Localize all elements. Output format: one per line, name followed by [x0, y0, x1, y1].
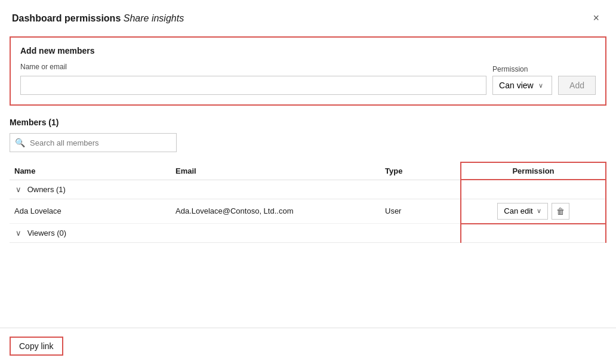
can-edit-button[interactable]: Can edit ∨ — [497, 203, 547, 220]
add-members-row: Name or email Permission Can view ∨ Add — [20, 63, 596, 95]
member-type-ada: User — [385, 206, 401, 215]
owners-permission-cell — [461, 180, 606, 199]
dialog-footer: Copy link — [0, 328, 616, 364]
delete-icon: 🗑 — [556, 206, 565, 216]
viewers-permission-cell — [461, 224, 606, 243]
name-email-input[interactable] — [20, 76, 486, 95]
group-row-viewers: ∨ Viewers (0) — [10, 224, 606, 243]
member-email-ada: Ada.Lovelace@Contoso, Ltd..com — [175, 206, 293, 215]
copy-link-button[interactable]: Copy link — [10, 337, 63, 356]
dialog-title: Dashboard permissions Share insights — [12, 13, 184, 24]
table-header-row: Name Email Type Permission — [10, 162, 606, 180]
members-table: Name Email Type Permission ∨ Owners (1) — [10, 162, 606, 243]
permission-select-button[interactable]: Can view ∨ — [492, 76, 552, 95]
delete-member-button[interactable]: 🗑 — [552, 203, 569, 220]
permission-group: Permission Can view ∨ — [492, 65, 552, 95]
owners-group-label: Owners (1) — [27, 185, 66, 194]
close-button[interactable]: × — [588, 10, 604, 27]
expand-viewers-icon[interactable]: ∨ — [14, 229, 23, 237]
permission-label: Permission — [492, 65, 552, 73]
can-edit-label: Can edit — [504, 206, 532, 215]
chevron-down-icon: ∨ — [538, 82, 543, 90]
search-box: 🔍 — [10, 133, 177, 152]
members-section: Members (1) 🔍 Name Email Type Permission… — [0, 113, 616, 243]
member-permission-ada-cell: Can edit ∨ 🗑 — [461, 199, 606, 224]
group-row-owners: ∨ Owners (1) — [10, 180, 606, 199]
col-header-permission: Permission — [461, 162, 606, 180]
add-button[interactable]: Add — [558, 76, 596, 95]
dialog-header: Dashboard permissions Share insights × — [0, 0, 616, 32]
member-name-ada: Ada Lovelace — [14, 206, 61, 215]
permission-actions-ada: Can edit ∨ 🗑 — [466, 203, 600, 220]
table-row-ada: Ada Lovelace Ada.Lovelace@Contoso, Ltd..… — [10, 199, 606, 224]
expand-owners-icon[interactable]: ∨ — [14, 185, 23, 194]
permission-value: Can view — [499, 81, 534, 90]
chevron-down-icon-edit: ∨ — [537, 207, 541, 215]
col-header-email: Email — [171, 162, 380, 180]
col-header-type: Type — [380, 162, 461, 180]
search-icon: 🔍 — [15, 138, 25, 147]
members-title: Members (1) — [10, 118, 606, 127]
add-members-section: Add new members Name or email Permission… — [10, 36, 606, 106]
name-email-label: Name or email — [20, 63, 486, 71]
col-header-name: Name — [10, 162, 171, 180]
name-email-group: Name or email — [20, 63, 486, 95]
viewers-group-label: Viewers (0) — [27, 229, 67, 237]
search-input[interactable] — [30, 138, 171, 147]
add-members-title: Add new members — [20, 46, 596, 55]
dialog: Dashboard permissions Share insights × A… — [0, 0, 616, 364]
